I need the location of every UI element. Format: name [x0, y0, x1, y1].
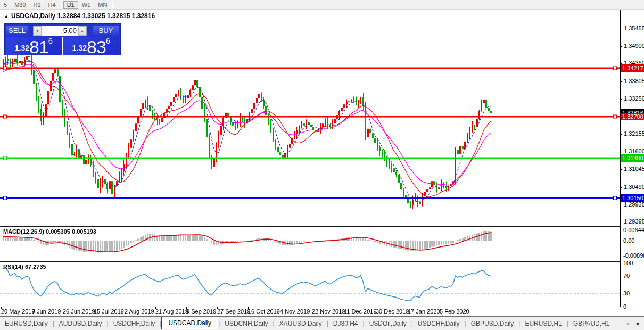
hline-price-label: 1.34217 [621, 64, 644, 72]
tab-gbpaud-h1[interactable]: GBPAUD,H1 [568, 318, 614, 329]
macd-tick-label: 0.006448 [623, 227, 644, 233]
price-tick-label: 1.33805 [624, 78, 644, 84]
date-label: 7 Jun 2019 [32, 308, 61, 315]
macd-tick-label: -0.008982 [623, 252, 644, 259]
price-tick-label: 1.33250 [624, 95, 644, 102]
sell-price-prefix: 1.32 [15, 41, 29, 55]
time-axis-line [0, 307, 620, 307]
rsi-tick-label: 30 [623, 290, 630, 296]
price-tick-label: 1.29395 [624, 218, 644, 225]
timeframe-button-mn[interactable]: MN [94, 1, 111, 9]
date-label: 4 Nov 2019 [280, 308, 310, 315]
buy-price-big: 83 [87, 39, 106, 55]
date-label: 9 Sep 2019 [186, 308, 216, 315]
volume-decrease-button[interactable]: ▼ [34, 26, 42, 36]
chart-title-text: USDCAD,Daily 1.32884 1.33025 1.32815 1.3… [11, 12, 155, 20]
sell-price-pip: 6 [48, 38, 53, 44]
hline-price-label: 1.31400 [621, 154, 644, 162]
tab-usdchf-daily[interactable]: USDCHF,Daily [109, 318, 160, 329]
tab-scroll-arrows: ◄► [625, 320, 641, 326]
price-tick-mark [620, 99, 622, 100]
timeframe-button-h1[interactable]: H1 [30, 1, 45, 9]
buy-button[interactable]: BUY [93, 26, 119, 36]
price-tick-label: 1.32155 [624, 130, 644, 137]
rsi-tick-label: 100 [623, 260, 633, 266]
tab-audusd-daily[interactable]: AUDUSD,Daily [54, 318, 107, 329]
buy-price-pip: 6 [106, 38, 110, 44]
date-label: 21 Aug 2019 [155, 308, 188, 315]
price-tick-mark [620, 46, 622, 47]
price-tick-mark [620, 134, 622, 135]
macd-tick-label: 0.00 [623, 237, 634, 244]
volume-spinner: ▼ 5.00 ▲ [33, 26, 87, 36]
timeframe-toolbar: 5M30H1H4D1W1MN [0, 0, 644, 10]
mt4-window: 5M30H1H4D1W1MN ▲ USDCAD,Daily 1.32884 1.… [0, 0, 644, 330]
price-tick-mark [620, 187, 622, 188]
price-tick-mark [620, 222, 622, 222]
tab-scroll-left-icon[interactable]: ◄ [625, 320, 630, 326]
rsi-tick-label: 70 [623, 273, 630, 279]
price-tick-mark [620, 81, 622, 82]
buy-price-display[interactable]: 1.32 83 6 [63, 37, 119, 55]
date-label: 20 May 2019 [1, 308, 35, 315]
toolbar-separator [61, 1, 62, 9]
tab-eurusd-h1[interactable]: EURUSD,H1 [520, 318, 566, 329]
chart-title: ▲ USDCAD,Daily 1.32884 1.33025 1.32815 1… [4, 12, 155, 20]
sell-price-big: 81 [29, 39, 48, 55]
tab-scroll-right-icon[interactable]: ► [635, 320, 641, 326]
price-tick-label: 1.31600 [624, 148, 644, 154]
timeframe-button-w1[interactable]: W1 [78, 1, 95, 9]
date-label: 27 Sep 2019 [217, 308, 250, 315]
buy-price-prefix: 1.32 [72, 41, 87, 55]
pane-divider[interactable] [0, 260, 620, 262]
price-tick-label: 1.30490 [624, 184, 644, 190]
tab-usdoil-daily[interactable]: USDOil,Daily [365, 318, 411, 329]
sell-price-display[interactable]: 1.32 81 6 [6, 37, 62, 55]
date-label: 30 Dec 2019 [376, 308, 409, 315]
price-tick-label: 1.34900 [624, 43, 644, 49]
price-tick-label: 1.35455 [624, 25, 644, 31]
timeframe-button-5[interactable]: 5 [0, 1, 11, 9]
one-click-trading-panel: SELL ▼ 5.00 ▲ BUY 1.32 81 6 1.32 83 6 [4, 23, 121, 55]
date-label: 26 Jun 2019 [63, 308, 95, 315]
collapse-panel-icon[interactable]: ▲ [4, 14, 9, 19]
timeframe-button-h4[interactable]: H4 [45, 1, 60, 9]
tab-usdcad-daily[interactable]: USDCAD,Daily [161, 317, 218, 329]
rsi-indicator-pane[interactable] [0, 262, 620, 307]
date-label: 16 Oct 2019 [248, 308, 280, 315]
tab-dj30-h4[interactable]: DJ30,H4 [328, 318, 363, 329]
chart-tab-bar: EURUSD,Daily|AUDUSD,Daily|USDCHF,Daily|U… [0, 316, 644, 330]
price-tick-label: 1.31045 [624, 166, 644, 172]
hline-price-label: 1.32700 [621, 113, 644, 120]
timeframe-button-m30[interactable]: M30 [11, 1, 29, 9]
date-label: 5 Feb 2020 [440, 308, 469, 315]
tab-usdchf-daily[interactable]: USDCHF,Daily [413, 318, 465, 329]
date-label: 15 Jul 2019 [94, 308, 124, 315]
pane-divider[interactable] [0, 225, 620, 227]
price-tick-mark [620, 152, 622, 152]
timeframe-button-d1[interactable]: D1 [63, 1, 78, 9]
tab-usdcnh-daily[interactable]: USDCNH,Daily [220, 318, 273, 329]
price-tick-mark [620, 29, 622, 29]
volume-increase-button[interactable]: ▲ [78, 26, 86, 36]
tab-gbpusd-daily[interactable]: GBPUSD,Daily [466, 318, 519, 329]
rsi-label: RSI(14) 67.2735 [3, 263, 46, 270]
macd-label: MACD(12,26,9) 0.005305 0.005193 [3, 228, 96, 235]
sell-button[interactable]: SELL [6, 26, 28, 36]
volume-value[interactable]: 5.00 [42, 26, 78, 36]
tab-xauusd-daily[interactable]: XAUUSD,Daily [275, 318, 327, 329]
price-tick-mark [620, 169, 622, 170]
date-label: 22 Nov 2019 [312, 308, 345, 315]
toolbar-separator [112, 1, 113, 9]
date-label: 17 Jan 2020 [408, 308, 440, 315]
price-tick-mark [620, 205, 622, 205]
tab-eurusd-daily[interactable]: EURUSD,Daily [0, 318, 53, 329]
rsi-tick-label: 0 [623, 303, 626, 310]
date-label: 2 Aug 2019 [125, 308, 154, 315]
date-label: 11 Dec 2019 [344, 308, 377, 315]
price-tick-label: 1.29935 [624, 201, 644, 208]
hline-price-label: 1.30150 [621, 194, 644, 202]
